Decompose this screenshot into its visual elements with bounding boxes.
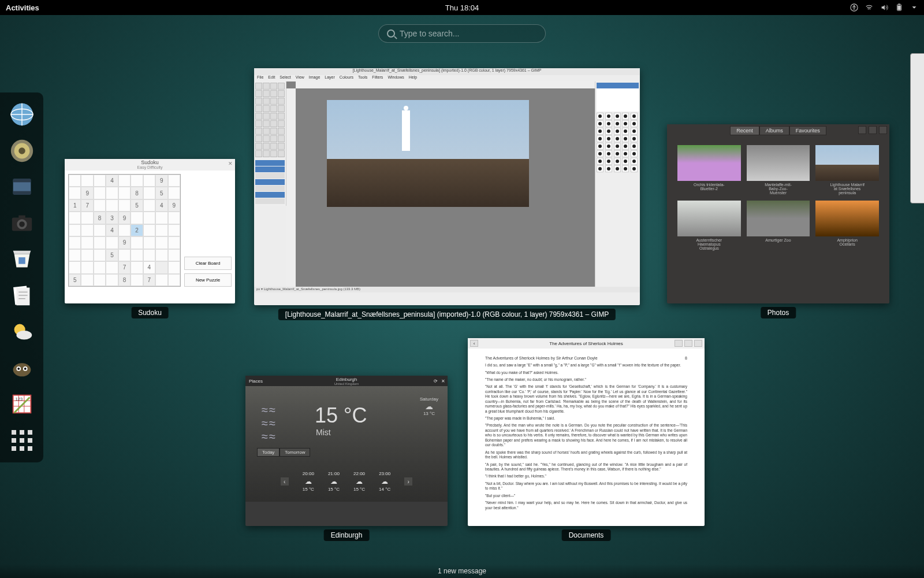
gimp-tool[interactable]: [278, 150, 285, 157]
gimp-tool[interactable]: [263, 120, 270, 127]
gimp-brush[interactable]: [614, 143, 621, 150]
window-documents[interactable]: ‹ The Adventures of Sherlock Holmes The …: [468, 338, 705, 526]
sudoku-cell[interactable]: [155, 261, 167, 273]
sudoku-cell[interactable]: [131, 175, 143, 187]
gimp-tool[interactable]: [278, 105, 285, 112]
gimp-menu-item[interactable]: File: [257, 75, 263, 81]
sudoku-cell[interactable]: [168, 249, 180, 261]
sudoku-cell[interactable]: [69, 261, 81, 273]
notification-text[interactable]: 1 new message: [438, 567, 486, 575]
sudoku-cell[interactable]: [155, 274, 167, 286]
gimp-layers[interactable]: [597, 83, 639, 112]
sudoku-cell[interactable]: [131, 212, 143, 224]
gimp-menu-item[interactable]: Colours: [340, 75, 353, 81]
dash-app-sudoku[interactable]: 123: [6, 390, 38, 418]
gimp-brush[interactable]: [631, 135, 638, 142]
sudoku-cell[interactable]: [69, 249, 81, 261]
activities-button[interactable]: Activities: [6, 3, 39, 12]
sudoku-cell[interactable]: 9: [155, 175, 167, 187]
gimp-brush[interactable]: [605, 143, 612, 150]
sudoku-cell[interactable]: [69, 212, 81, 224]
gimp-brush[interactable]: [605, 158, 612, 165]
sudoku-cell[interactable]: 4: [155, 199, 167, 212]
dash-app-browser[interactable]: [6, 101, 38, 129]
chevron-left-icon[interactable]: ‹: [281, 477, 289, 486]
sudoku-cell[interactable]: [94, 261, 106, 273]
gimp-tool[interactable]: [270, 98, 277, 105]
gimp-brush[interactable]: [622, 165, 629, 172]
sudoku-cell[interactable]: 2: [131, 224, 143, 236]
gimp-brush[interactable]: [597, 165, 603, 172]
gimp-brush[interactable]: [597, 158, 603, 165]
sudoku-cell[interactable]: [118, 175, 131, 187]
sudoku-cell[interactable]: 7: [118, 261, 131, 273]
sudoku-cell[interactable]: [106, 261, 118, 273]
sudoku-cell[interactable]: [81, 212, 93, 224]
gear-icon[interactable]: [684, 340, 692, 347]
gimp-brush[interactable]: [597, 135, 603, 142]
sudoku-cell[interactable]: [94, 175, 106, 187]
photo-item[interactable]: Lighthouse Malarrif at Snæfellsnes penin…: [815, 145, 879, 195]
sudoku-cell[interactable]: [168, 187, 180, 199]
gimp-tool[interactable]: [263, 90, 270, 97]
dash-app-camera[interactable]: [6, 209, 38, 238]
photo-item[interactable]: Mantelaffe-mit- Baby-Zoo- Muenster: [747, 145, 810, 195]
sudoku-cell[interactable]: 9: [81, 187, 93, 199]
sudoku-cell[interactable]: [143, 224, 155, 236]
sudoku-cell[interactable]: 4: [143, 261, 155, 273]
close-icon[interactable]: ✕: [441, 379, 445, 384]
gimp-brush[interactable]: [631, 120, 638, 127]
sudoku-cell[interactable]: [69, 224, 81, 236]
gimp-tool[interactable]: [255, 143, 262, 150]
sudoku-cell[interactable]: [168, 236, 180, 249]
sudoku-cell[interactable]: [168, 212, 180, 224]
gimp-tool[interactable]: [255, 90, 262, 97]
gimp-brush[interactable]: [622, 120, 629, 127]
search-icon[interactable]: [858, 126, 866, 134]
sudoku-new-button[interactable]: New Puzzle: [184, 273, 232, 287]
gimp-tool[interactable]: [263, 105, 270, 112]
sudoku-cell[interactable]: 4: [106, 175, 118, 187]
sudoku-cell[interactable]: [143, 212, 155, 224]
gimp-tool[interactable]: [263, 143, 270, 150]
wifi-icon[interactable]: [865, 3, 873, 12]
refresh-icon[interactable]: ⟳: [434, 379, 438, 384]
sudoku-cell[interactable]: [94, 249, 106, 261]
sudoku-cell[interactable]: [143, 175, 155, 187]
gimp-tool[interactable]: [270, 113, 277, 120]
gimp-menu-item[interactable]: View: [296, 75, 304, 81]
gimp-brush[interactable]: [622, 143, 629, 150]
sudoku-cell[interactable]: 9: [168, 199, 180, 212]
sudoku-cell[interactable]: [94, 224, 106, 236]
gimp-brushes[interactable]: [597, 113, 639, 172]
sudoku-cell[interactable]: [168, 175, 180, 187]
sudoku-cell[interactable]: [131, 249, 143, 261]
sudoku-cell[interactable]: [143, 199, 155, 212]
sudoku-cell[interactable]: [118, 199, 131, 212]
weather-tomorrow-tab[interactable]: Tomorrow: [280, 448, 310, 457]
gimp-tool[interactable]: [278, 135, 285, 142]
gimp-brush[interactable]: [622, 113, 629, 120]
sudoku-cell[interactable]: 7: [81, 199, 93, 212]
gimp-tool[interactable]: [278, 143, 285, 150]
gimp-tool[interactable]: [270, 105, 277, 112]
gimp-tool[interactable]: [270, 150, 277, 157]
photo-item[interactable]: Amphiprion Ocellaris: [815, 201, 879, 250]
gimp-brush[interactable]: [631, 143, 638, 150]
gimp-brush[interactable]: [622, 150, 629, 157]
dash-app-writer[interactable]: [6, 281, 38, 310]
overview-search[interactable]: [378, 24, 546, 43]
gimp-tool[interactable]: [278, 120, 285, 127]
dash-app-music[interactable]: [6, 137, 38, 165]
gimp-brush[interactable]: [631, 113, 638, 120]
sudoku-cell[interactable]: [106, 236, 118, 249]
sudoku-cell[interactable]: [118, 187, 131, 199]
window-sudoku[interactable]: Sudoku Easy Difficulty ✕ 499851754983942…: [65, 159, 235, 303]
sudoku-cell[interactable]: [69, 187, 81, 199]
gimp-toolbox[interactable]: [254, 81, 286, 158]
weather-places-button[interactable]: Places: [249, 379, 263, 384]
gimp-tool[interactable]: [263, 135, 270, 142]
sudoku-cell[interactable]: [69, 236, 81, 249]
gimp-tool[interactable]: [278, 98, 285, 105]
message-tray[interactable]: 1 new message: [0, 564, 924, 578]
